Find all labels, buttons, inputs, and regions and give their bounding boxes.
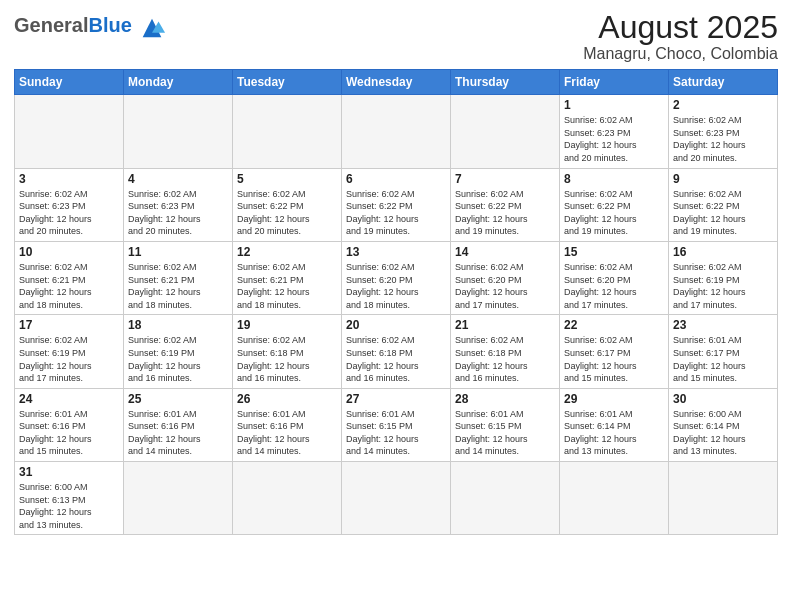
calendar-day: 12Sunrise: 6:02 AM Sunset: 6:21 PM Dayli… <box>233 241 342 314</box>
calendar-day <box>560 462 669 535</box>
calendar-week-3: 10Sunrise: 6:02 AM Sunset: 6:21 PM Dayli… <box>15 241 778 314</box>
day-info: Sunrise: 6:02 AM Sunset: 6:22 PM Dayligh… <box>346 188 446 238</box>
day-number: 3 <box>19 172 119 186</box>
calendar-day: 28Sunrise: 6:01 AM Sunset: 6:15 PM Dayli… <box>451 388 560 461</box>
day-number: 11 <box>128 245 228 259</box>
day-number: 26 <box>237 392 337 406</box>
calendar-day <box>124 462 233 535</box>
calendar-day: 11Sunrise: 6:02 AM Sunset: 6:21 PM Dayli… <box>124 241 233 314</box>
calendar-day: 23Sunrise: 6:01 AM Sunset: 6:17 PM Dayli… <box>669 315 778 388</box>
logo: GeneralBlue <box>14 14 166 42</box>
calendar-day <box>451 462 560 535</box>
day-info: Sunrise: 6:02 AM Sunset: 6:22 PM Dayligh… <box>237 188 337 238</box>
day-number: 10 <box>19 245 119 259</box>
header: GeneralBlue August 2025 Managru, Choco, … <box>14 10 778 63</box>
calendar-week-6: 31Sunrise: 6:00 AM Sunset: 6:13 PM Dayli… <box>15 462 778 535</box>
calendar-day: 15Sunrise: 6:02 AM Sunset: 6:20 PM Dayli… <box>560 241 669 314</box>
logo-blue: Blue <box>88 14 131 36</box>
day-info: Sunrise: 6:01 AM Sunset: 6:16 PM Dayligh… <box>128 408 228 458</box>
day-info: Sunrise: 6:02 AM Sunset: 6:17 PM Dayligh… <box>564 334 664 384</box>
day-number: 2 <box>673 98 773 112</box>
calendar-day: 3Sunrise: 6:02 AM Sunset: 6:23 PM Daylig… <box>15 168 124 241</box>
day-info: Sunrise: 6:01 AM Sunset: 6:16 PM Dayligh… <box>19 408 119 458</box>
day-info: Sunrise: 6:02 AM Sunset: 6:22 PM Dayligh… <box>564 188 664 238</box>
calendar-table: SundayMondayTuesdayWednesdayThursdayFrid… <box>14 69 778 535</box>
day-info: Sunrise: 6:02 AM Sunset: 6:21 PM Dayligh… <box>19 261 119 311</box>
calendar-day: 17Sunrise: 6:02 AM Sunset: 6:19 PM Dayli… <box>15 315 124 388</box>
day-number: 19 <box>237 318 337 332</box>
day-info: Sunrise: 6:02 AM Sunset: 6:22 PM Dayligh… <box>673 188 773 238</box>
calendar-day <box>669 462 778 535</box>
day-number: 18 <box>128 318 228 332</box>
day-number: 9 <box>673 172 773 186</box>
day-number: 15 <box>564 245 664 259</box>
calendar-day <box>451 95 560 168</box>
calendar-day: 9Sunrise: 6:02 AM Sunset: 6:22 PM Daylig… <box>669 168 778 241</box>
calendar-day <box>233 462 342 535</box>
calendar-day: 30Sunrise: 6:00 AM Sunset: 6:14 PM Dayli… <box>669 388 778 461</box>
day-number: 20 <box>346 318 446 332</box>
day-number: 22 <box>564 318 664 332</box>
day-info: Sunrise: 6:02 AM Sunset: 6:19 PM Dayligh… <box>19 334 119 384</box>
calendar-day <box>15 95 124 168</box>
calendar-week-1: 1Sunrise: 6:02 AM Sunset: 6:23 PM Daylig… <box>15 95 778 168</box>
title-block: August 2025 Managru, Choco, Colombia <box>583 10 778 63</box>
weekday-header-friday: Friday <box>560 70 669 95</box>
day-number: 24 <box>19 392 119 406</box>
day-number: 14 <box>455 245 555 259</box>
logo-icon <box>138 14 166 42</box>
calendar-day: 4Sunrise: 6:02 AM Sunset: 6:23 PM Daylig… <box>124 168 233 241</box>
day-info: Sunrise: 6:02 AM Sunset: 6:23 PM Dayligh… <box>673 114 773 164</box>
calendar-day: 22Sunrise: 6:02 AM Sunset: 6:17 PM Dayli… <box>560 315 669 388</box>
calendar-day: 31Sunrise: 6:00 AM Sunset: 6:13 PM Dayli… <box>15 462 124 535</box>
day-info: Sunrise: 6:00 AM Sunset: 6:13 PM Dayligh… <box>19 481 119 531</box>
day-info: Sunrise: 6:01 AM Sunset: 6:15 PM Dayligh… <box>346 408 446 458</box>
logo-text: GeneralBlue <box>14 14 166 42</box>
day-number: 13 <box>346 245 446 259</box>
day-number: 23 <box>673 318 773 332</box>
calendar-day: 6Sunrise: 6:02 AM Sunset: 6:22 PM Daylig… <box>342 168 451 241</box>
weekday-header-saturday: Saturday <box>669 70 778 95</box>
day-info: Sunrise: 6:01 AM Sunset: 6:16 PM Dayligh… <box>237 408 337 458</box>
calendar-subtitle: Managru, Choco, Colombia <box>583 45 778 63</box>
day-number: 27 <box>346 392 446 406</box>
day-info: Sunrise: 6:02 AM Sunset: 6:23 PM Dayligh… <box>19 188 119 238</box>
day-number: 16 <box>673 245 773 259</box>
calendar-day: 26Sunrise: 6:01 AM Sunset: 6:16 PM Dayli… <box>233 388 342 461</box>
day-info: Sunrise: 6:02 AM Sunset: 6:18 PM Dayligh… <box>237 334 337 384</box>
day-number: 30 <box>673 392 773 406</box>
calendar-day <box>342 95 451 168</box>
day-number: 25 <box>128 392 228 406</box>
calendar-day <box>124 95 233 168</box>
day-info: Sunrise: 6:01 AM Sunset: 6:14 PM Dayligh… <box>564 408 664 458</box>
day-info: Sunrise: 6:02 AM Sunset: 6:20 PM Dayligh… <box>455 261 555 311</box>
calendar-day: 21Sunrise: 6:02 AM Sunset: 6:18 PM Dayli… <box>451 315 560 388</box>
weekday-header-monday: Monday <box>124 70 233 95</box>
day-number: 8 <box>564 172 664 186</box>
day-info: Sunrise: 6:02 AM Sunset: 6:20 PM Dayligh… <box>346 261 446 311</box>
calendar-day: 25Sunrise: 6:01 AM Sunset: 6:16 PM Dayli… <box>124 388 233 461</box>
calendar-week-2: 3Sunrise: 6:02 AM Sunset: 6:23 PM Daylig… <box>15 168 778 241</box>
weekday-header-thursday: Thursday <box>451 70 560 95</box>
day-number: 31 <box>19 465 119 479</box>
day-info: Sunrise: 6:02 AM Sunset: 6:21 PM Dayligh… <box>128 261 228 311</box>
day-number: 29 <box>564 392 664 406</box>
calendar-day: 29Sunrise: 6:01 AM Sunset: 6:14 PM Dayli… <box>560 388 669 461</box>
page: GeneralBlue August 2025 Managru, Choco, … <box>0 0 792 612</box>
calendar-day: 14Sunrise: 6:02 AM Sunset: 6:20 PM Dayli… <box>451 241 560 314</box>
calendar-day: 13Sunrise: 6:02 AM Sunset: 6:20 PM Dayli… <box>342 241 451 314</box>
calendar-day: 5Sunrise: 6:02 AM Sunset: 6:22 PM Daylig… <box>233 168 342 241</box>
day-number: 6 <box>346 172 446 186</box>
calendar-day: 20Sunrise: 6:02 AM Sunset: 6:18 PM Dayli… <box>342 315 451 388</box>
day-number: 7 <box>455 172 555 186</box>
weekday-header-wednesday: Wednesday <box>342 70 451 95</box>
weekday-header-tuesday: Tuesday <box>233 70 342 95</box>
day-info: Sunrise: 6:02 AM Sunset: 6:21 PM Dayligh… <box>237 261 337 311</box>
day-info: Sunrise: 6:02 AM Sunset: 6:18 PM Dayligh… <box>346 334 446 384</box>
day-number: 17 <box>19 318 119 332</box>
calendar-day: 8Sunrise: 6:02 AM Sunset: 6:22 PM Daylig… <box>560 168 669 241</box>
calendar-day <box>342 462 451 535</box>
calendar-day: 7Sunrise: 6:02 AM Sunset: 6:22 PM Daylig… <box>451 168 560 241</box>
weekday-header-sunday: Sunday <box>15 70 124 95</box>
day-number: 21 <box>455 318 555 332</box>
